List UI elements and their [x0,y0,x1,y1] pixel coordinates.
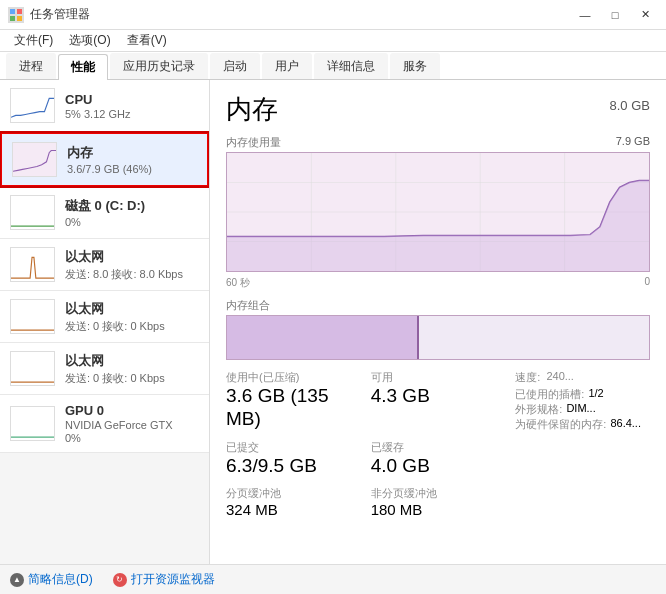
memory-label: 内存 [67,144,197,162]
sidebar-item-cpu[interactable]: CPU 5% 3.12 GHz [0,80,209,132]
gpu-label: GPU 0 [65,403,199,418]
right-panel: 内存 8.0 GB 内存使用量 7.9 GB [210,80,666,564]
composition-graph [226,315,650,360]
net3-label: 以太网 [65,352,199,370]
net2-detail: 发送: 0 接收: 0 Kbps [65,319,199,334]
menu-file[interactable]: 文件(F) [6,30,61,51]
main-content: CPU 5% 3.12 GHz 内存 3.6/7.9 GB (46%) [0,80,666,564]
gpu-detail2: 0% [65,432,199,444]
stat-paged-pool: 分页缓冲池 324 MB [226,486,361,519]
minimize-button[interactable]: — [572,5,598,25]
cpu-label: CPU [65,92,199,107]
net1-info: 以太网 发送: 8.0 接收: 8.0 Kbps [65,248,199,282]
bottom-bar: ▲ 简略信息(D) ↻ 打开资源监视器 [0,564,666,594]
svg-rect-3 [17,16,22,21]
net1-detail: 发送: 8.0 接收: 8.0 Kbps [65,267,199,282]
net3-detail: 发送: 0 接收: 0 Kbps [65,371,199,386]
stat-nonpaged-pool: 非分页缓冲池 180 MB [371,486,506,519]
svg-rect-9 [11,352,54,385]
sidebar-item-disk[interactable]: 磁盘 0 (C: D:) 0% [0,187,209,239]
menu-options[interactable]: 选项(O) [61,30,118,51]
disk-label: 磁盘 0 (C: D:) [65,197,199,215]
menu-view[interactable]: 查看(V) [119,30,175,51]
panel-title: 内存 [226,92,278,127]
sidebar-item-net2[interactable]: 以太网 发送: 0 接收: 0 Kbps [0,291,209,343]
comp-used [227,316,417,359]
time-labels: 60 秒 0 [226,276,650,290]
composition-label: 内存组合 [226,298,650,313]
sidebar-item-memory[interactable]: 内存 3.6/7.9 GB (46%) [0,132,209,187]
summary-button[interactable]: ▲ 简略信息(D) [10,571,93,588]
tab-processes[interactable]: 进程 [6,53,56,79]
net2-label: 以太网 [65,300,199,318]
sidebar-item-net3[interactable]: 以太网 发送: 0 接收: 0 Kbps [0,343,209,395]
memory-detail: 3.6/7.9 GB (46%) [67,163,197,175]
time-right: 0 [644,276,650,290]
disk-detail: 0% [65,216,199,228]
disk-info: 磁盘 0 (C: D:) 0% [65,197,199,228]
svg-rect-6 [11,196,54,229]
stat-available: 可用 4.3 GB [371,370,506,432]
summary-icon: ▲ [10,573,24,587]
memory-info: 内存 3.6/7.9 GB (46%) [67,144,197,175]
menu-bar: 文件(F) 选项(O) 查看(V) [0,30,666,52]
time-left: 60 秒 [226,276,250,290]
tab-performance[interactable]: 性能 [58,54,108,80]
net2-info: 以太网 发送: 0 接收: 0 Kbps [65,300,199,334]
sidebar-item-net1[interactable]: 以太网 发送: 8.0 接收: 8.0 Kbps [0,239,209,291]
resource-monitor-button[interactable]: ↻ 打开资源监视器 [113,571,215,588]
tab-users[interactable]: 用户 [262,53,312,79]
tab-bar: 进程 性能 应用历史记录 启动 用户 详细信息 服务 [0,52,666,80]
memory-thumbnail [12,142,57,177]
net1-label: 以太网 [65,248,199,266]
svg-rect-2 [10,16,15,21]
title-bar: 任务管理器 — □ ✕ [0,0,666,30]
tab-app-history[interactable]: 应用历史记录 [110,53,208,79]
disk-thumbnail [10,195,55,230]
comp-available [419,316,649,359]
panel-total: 8.0 GB [610,98,650,113]
stat-committed: 已提交 6.3/9.5 GB [226,440,361,478]
tab-startup[interactable]: 启动 [210,53,260,79]
gpu-detail: NVIDIA GeForce GTX [65,419,199,431]
app-icon [8,7,24,23]
sidebar: CPU 5% 3.12 GHz 内存 3.6/7.9 GB (46%) [0,80,210,564]
svg-rect-0 [10,9,15,14]
tab-services[interactable]: 服务 [390,53,440,79]
net2-thumbnail [10,299,55,334]
gpu-info: GPU 0 NVIDIA GeForce GTX 0% [65,403,199,444]
cpu-thumbnail [10,88,55,123]
window-title: 任务管理器 [30,6,90,23]
cpu-detail: 5% 3.12 GHz [65,108,199,120]
maximize-button[interactable]: □ [602,5,628,25]
close-button[interactable]: ✕ [632,5,658,25]
stat-in-use: 使用中(已压缩) 3.6 GB (135 MB) [226,370,361,432]
net3-thumbnail [10,351,55,386]
tab-details[interactable]: 详细信息 [314,53,388,79]
net3-info: 以太网 发送: 0 接收: 0 Kbps [65,352,199,386]
svg-rect-8 [11,300,54,333]
panel-header: 内存 8.0 GB [226,92,650,127]
net1-thumbnail [10,247,55,282]
title-bar-left: 任务管理器 [8,6,90,23]
gpu-thumbnail [10,406,55,441]
stat-speed-block: 速度: 240... 已使用的插槽: 1/2 外形规格: DIM... 为硬件保… [515,370,650,432]
usage-label: 内存使用量 7.9 GB [226,135,650,150]
sidebar-item-gpu[interactable]: GPU 0 NVIDIA GeForce GTX 0% [0,395,209,453]
memory-usage-graph [226,152,650,272]
stats-area: 使用中(已压缩) 3.6 GB (135 MB) 可用 4.3 GB 速度: 2… [226,370,650,519]
svg-rect-1 [17,9,22,14]
monitor-icon: ↻ [113,573,127,587]
usage-value: 7.9 GB [616,135,650,147]
svg-rect-4 [11,89,54,122]
svg-rect-5 [13,143,56,176]
svg-rect-10 [11,407,54,440]
window-controls[interactable]: — □ ✕ [572,5,658,25]
cpu-info: CPU 5% 3.12 GHz [65,92,199,120]
stat-cached: 已缓存 4.0 GB [371,440,506,478]
svg-rect-7 [11,248,54,281]
